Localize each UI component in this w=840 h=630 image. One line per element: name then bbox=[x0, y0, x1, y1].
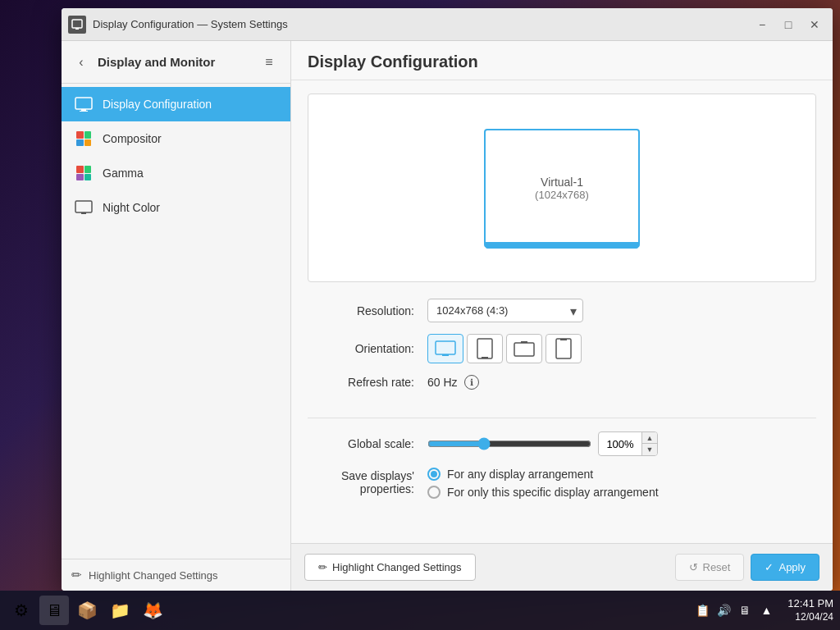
scale-spinners: ▲ ▼ bbox=[641, 432, 657, 455]
apply-icon: ✓ bbox=[765, 561, 774, 573]
taskbar-left: ⚙ 🖥 📦 📁 🦊 bbox=[7, 596, 167, 625]
taskbar-volume-icon[interactable]: 🔊 bbox=[715, 602, 732, 619]
highlight-icon: ✏ bbox=[71, 568, 82, 582]
divider bbox=[308, 418, 816, 418]
taskbar-right: 📋 🔊 🖥 ▲ 12:41 PM 12/04/24 bbox=[694, 597, 833, 623]
save-props-label: Save displays' properties: bbox=[308, 468, 414, 495]
sidebar-item-compositor-label: Compositor bbox=[103, 132, 162, 145]
compositor-icon bbox=[75, 130, 93, 148]
action-bar: ✏ Highlight Changed Settings ↺ Reset ✓ A… bbox=[291, 543, 833, 591]
taskbar-icon-browser[interactable]: 🦊 bbox=[138, 596, 167, 625]
apply-button[interactable]: ✓ Apply bbox=[751, 554, 819, 581]
app-icon bbox=[68, 16, 86, 34]
clock-time: 12:41 PM bbox=[788, 597, 833, 611]
svg-rect-6 bbox=[81, 212, 86, 214]
sidebar-item-display-label: Display Configuration bbox=[103, 98, 212, 111]
svg-rect-11 bbox=[514, 343, 534, 356]
sidebar: ‹ Display and Monitor ≡ Display Configur… bbox=[62, 41, 291, 591]
reset-icon: ↺ bbox=[689, 561, 698, 573]
display-icon bbox=[75, 95, 93, 113]
highlight-label: Highlight Changed Settings bbox=[89, 569, 218, 582]
taskbar-system-icons: 📋 🔊 🖥 ▲ bbox=[694, 602, 774, 619]
svg-rect-2 bbox=[75, 98, 92, 109]
main-header: Display Configuration bbox=[291, 41, 833, 80]
resolution-row: Resolution: 840x630 (4:3) 800x600 (4:3)… bbox=[308, 299, 816, 322]
radio-specific-arrangement-label: For only this specific display arrangeme… bbox=[447, 486, 659, 499]
action-right: ↺ Reset ✓ Apply bbox=[675, 554, 820, 581]
radio-any-arrangement[interactable]: For any display arrangement bbox=[427, 468, 659, 481]
taskbar-clock[interactable]: 12:41 PM 12/04/24 bbox=[788, 597, 833, 623]
taskbar: ⚙ 🖥 📦 📁 🦊 📋 🔊 🖥 ▲ 12:41 PM 12/04/24 bbox=[0, 591, 840, 630]
orientation-landscape-flipped-button[interactable] bbox=[506, 334, 542, 363]
scale-value-input[interactable] bbox=[599, 435, 641, 454]
radio-specific-arrangement[interactable]: For only this specific display arrangeme… bbox=[427, 486, 659, 499]
resolution-select[interactable]: 840x630 (4:3) 800x600 (4:3) 1280x1024 (… bbox=[427, 299, 583, 322]
night-color-icon bbox=[75, 199, 93, 217]
svg-rect-0 bbox=[72, 20, 82, 28]
orientation-label: Orientation: bbox=[308, 342, 414, 355]
scale-down-button[interactable]: ▼ bbox=[642, 444, 657, 455]
svg-rect-12 bbox=[521, 341, 527, 343]
global-scale-slider[interactable] bbox=[427, 437, 591, 450]
gamma-icon bbox=[75, 164, 93, 182]
taskbar-icon-store[interactable]: 📦 bbox=[72, 596, 102, 625]
highlight-settings-label: Highlight Changed Settings bbox=[332, 561, 462, 573]
svg-rect-1 bbox=[75, 28, 79, 30]
resolution-select-wrapper: 840x630 (4:3) 800x600 (4:3) 1280x1024 (… bbox=[427, 299, 583, 322]
window-title: Display Configuration — System Settings bbox=[93, 18, 288, 30]
orientation-portrait-left-button[interactable] bbox=[467, 334, 503, 363]
main-body: Virtual-1 (840x630) Resolution: 1024x bbox=[291, 80, 833, 543]
refresh-rate-value: 60 Hz bbox=[427, 376, 458, 389]
display-monitor[interactable]: Virtual-1 (840x630) bbox=[484, 129, 640, 248]
radio-specific-arrangement-button[interactable] bbox=[427, 486, 441, 499]
highlight-settings-button[interactable]: ✏ Highlight Changed Settings bbox=[304, 554, 476, 581]
svg-rect-4 bbox=[80, 111, 88, 112]
main-content: Display Configuration Virtual-1 (1024x76… bbox=[291, 41, 833, 591]
taskbar-expand-icon[interactable]: ▲ bbox=[758, 602, 774, 619]
svg-rect-8 bbox=[442, 354, 449, 356]
svg-rect-5 bbox=[75, 201, 92, 212]
sidebar-item-night-color-label: Night Color bbox=[103, 201, 160, 214]
orientation-landscape-button[interactable] bbox=[427, 334, 463, 363]
taskbar-icon-settings[interactable]: ⚙ bbox=[7, 596, 36, 625]
sidebar-title: Display and Monitor bbox=[98, 55, 251, 69]
page-title: Display Configuration bbox=[308, 52, 816, 71]
clock-date: 12/04/24 bbox=[788, 611, 833, 624]
highlight-changed-settings-button[interactable]: ✏ Highlight Changed Settings bbox=[62, 559, 290, 591]
svg-rect-10 bbox=[482, 357, 488, 358]
sidebar-item-night-color[interactable]: Night Color bbox=[62, 190, 290, 225]
save-props-control: For any display arrangement For only thi… bbox=[427, 468, 816, 499]
radio-any-arrangement-button[interactable] bbox=[427, 468, 441, 481]
window-controls: − □ ✕ bbox=[751, 15, 826, 34]
orientation-buttons bbox=[427, 334, 582, 363]
back-button[interactable]: ‹ bbox=[71, 52, 91, 72]
minimize-button[interactable]: − bbox=[751, 15, 774, 34]
close-button[interactable]: ✕ bbox=[803, 15, 826, 34]
orientation-portrait-right-button[interactable] bbox=[546, 334, 582, 363]
taskbar-icon-files[interactable]: 📁 bbox=[105, 596, 135, 625]
svg-rect-13 bbox=[556, 339, 571, 358]
reset-button[interactable]: ↺ Reset bbox=[675, 554, 745, 581]
highlight-settings-icon: ✏ bbox=[318, 561, 327, 573]
refresh-rate-info-icon[interactable]: ℹ bbox=[464, 375, 479, 390]
refresh-rate-row: Refresh rate: 60 Hz ℹ bbox=[308, 375, 816, 390]
svg-rect-3 bbox=[81, 109, 86, 111]
monitor-resolution: (840x630) bbox=[535, 189, 589, 201]
svg-rect-7 bbox=[436, 341, 455, 354]
main-window: Display Configuration — System Settings … bbox=[62, 8, 833, 591]
refresh-rate-control: 60 Hz ℹ bbox=[427, 375, 816, 390]
save-props-row: Save displays' properties: For any displ… bbox=[308, 468, 816, 499]
maximize-button[interactable]: □ bbox=[777, 15, 800, 34]
titlebar: Display Configuration — System Settings … bbox=[62, 8, 833, 41]
sidebar-item-gamma-label: Gamma bbox=[103, 167, 144, 180]
taskbar-display-icon[interactable]: 🖥 bbox=[737, 602, 753, 619]
taskbar-clipboard-icon[interactable]: 📋 bbox=[694, 602, 710, 619]
scale-up-button[interactable]: ▲ bbox=[642, 432, 657, 444]
radio-group: For any display arrangement For only thi… bbox=[427, 468, 659, 499]
taskbar-icon-display[interactable]: 🖥 bbox=[39, 596, 69, 625]
sidebar-menu-button[interactable]: ≡ bbox=[258, 51, 281, 74]
global-scale-label: Global scale: bbox=[308, 437, 414, 450]
sidebar-item-compositor[interactable]: Compositor bbox=[62, 121, 290, 156]
sidebar-item-display-configuration[interactable]: Display Configuration bbox=[62, 87, 290, 121]
sidebar-item-gamma[interactable]: Gamma bbox=[62, 156, 290, 190]
